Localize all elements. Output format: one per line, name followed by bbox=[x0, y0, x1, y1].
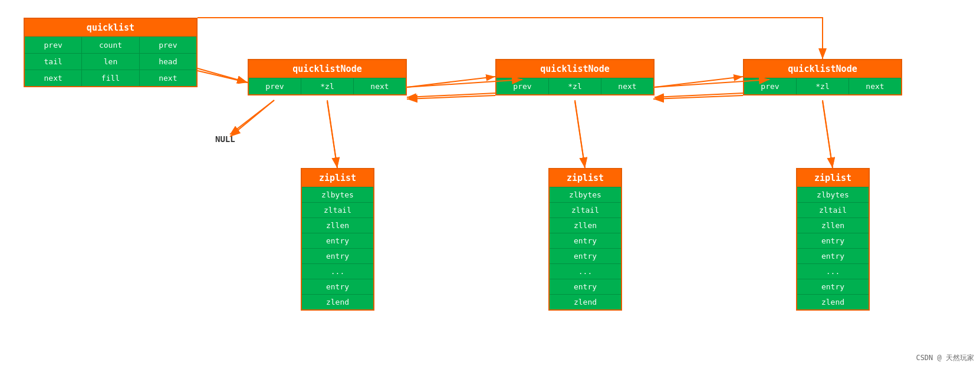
zip1-entry3: entry bbox=[302, 279, 373, 294]
ql-cell-tail: tail bbox=[25, 54, 82, 70]
node2-title: quicklistNode bbox=[496, 60, 653, 78]
svg-line-4 bbox=[198, 71, 248, 83]
zip3-ellipsis: ... bbox=[797, 263, 869, 279]
zip1-ellipsis: ... bbox=[302, 263, 373, 279]
zip1-zllen: zllen bbox=[302, 217, 373, 233]
zip3-entry3: entry bbox=[797, 279, 869, 294]
ql-cell-head: head bbox=[140, 54, 196, 70]
ql-cell-prev1: prev bbox=[25, 37, 82, 53]
zip2-ellipsis: ... bbox=[550, 263, 621, 279]
node3-next: next bbox=[849, 78, 901, 94]
zip2-entry2: entry bbox=[550, 248, 621, 263]
zip3-zllen: zllen bbox=[797, 217, 869, 233]
zip3-zlbytes: zlbytes bbox=[797, 187, 869, 202]
zip2-entry3: entry bbox=[550, 279, 621, 294]
quicklist-body: prev count prev tail len head next fill … bbox=[25, 37, 196, 86]
quicklist-title: quicklist bbox=[25, 19, 196, 37]
zip1-zlbytes: zlbytes bbox=[302, 187, 373, 202]
node2-row: prev *zl next bbox=[496, 78, 653, 94]
quicklist-struct: quicklist prev count prev tail len head … bbox=[24, 18, 198, 87]
zip3-entry2: entry bbox=[797, 248, 869, 263]
svg-line-5 bbox=[407, 77, 495, 87]
node3-body: prev *zl next bbox=[744, 78, 901, 94]
zip2-zlbytes: zlbytes bbox=[550, 187, 621, 202]
ziplist3-title: ziplist bbox=[797, 169, 869, 187]
svg-line-7 bbox=[655, 77, 743, 87]
node1-zl: *zl bbox=[301, 78, 354, 94]
zip3-entry1: entry bbox=[797, 233, 869, 248]
svg-line-10 bbox=[327, 100, 337, 168]
node2-zl: *zl bbox=[549, 78, 601, 94]
ziplist1: ziplist zlbytes zltail zllen entry entry… bbox=[301, 168, 374, 311]
node1-struct: quicklistNode prev *zl next bbox=[248, 59, 407, 95]
node3-title: quicklistNode bbox=[744, 60, 901, 78]
svg-line-23 bbox=[823, 101, 833, 168]
node3-prev: prev bbox=[744, 78, 797, 94]
node2-next: next bbox=[601, 78, 653, 94]
zip1-zltail: zltail bbox=[302, 202, 373, 217]
node2-prev: prev bbox=[496, 78, 549, 94]
ziplist2: ziplist zlbytes zltail zllen entry entry… bbox=[548, 168, 622, 311]
svg-line-21 bbox=[327, 101, 337, 168]
node1-next: next bbox=[354, 78, 406, 94]
node1-title: quicklistNode bbox=[249, 60, 406, 78]
zip2-zllen: zllen bbox=[550, 217, 621, 233]
quicklist-row-2: tail len head bbox=[25, 53, 196, 70]
svg-line-22 bbox=[575, 101, 585, 168]
ql-cell-next2: next bbox=[140, 70, 196, 86]
ql-cell-count: count bbox=[82, 37, 139, 53]
zip1-zlend: zlend bbox=[302, 294, 373, 309]
node3-struct: quicklistNode prev *zl next bbox=[743, 59, 902, 95]
svg-line-9 bbox=[230, 100, 274, 134]
node1-row: prev *zl next bbox=[249, 78, 406, 94]
zip2-entry1: entry bbox=[550, 233, 621, 248]
zip1-entry1: entry bbox=[302, 233, 373, 248]
svg-line-15 bbox=[198, 68, 248, 83]
node1-body: prev *zl next bbox=[249, 78, 406, 94]
diagram: quicklist prev count prev tail len head … bbox=[0, 0, 980, 366]
svg-line-11 bbox=[575, 100, 585, 168]
watermark: CSDN @ 天然玩家 bbox=[916, 353, 974, 363]
ziplist1-body: zlbytes zltail zllen entry entry ... ent… bbox=[302, 187, 373, 309]
zip3-zlend: zlend bbox=[797, 294, 869, 309]
ziplist1-title: ziplist bbox=[302, 169, 373, 187]
zip1-entry2: entry bbox=[302, 248, 373, 263]
node2-body: prev *zl next bbox=[496, 78, 653, 94]
quicklist-row-3: next fill next bbox=[25, 70, 196, 86]
node3-zl: *zl bbox=[797, 78, 849, 94]
svg-line-12 bbox=[823, 100, 833, 168]
svg-line-16 bbox=[230, 100, 274, 137]
ziplist2-body: zlbytes zltail zllen entry entry ... ent… bbox=[550, 187, 621, 309]
svg-line-20 bbox=[653, 95, 743, 99]
ziplist3-body: zlbytes zltail zllen entry entry ... ent… bbox=[797, 187, 869, 309]
ql-cell-len: len bbox=[82, 54, 139, 70]
zip2-zlend: zlend bbox=[550, 294, 621, 309]
null-label: NULL bbox=[215, 134, 235, 144]
node3-row: prev *zl next bbox=[744, 78, 901, 94]
zip3-zltail: zltail bbox=[797, 202, 869, 217]
quicklist-row-1: prev count prev bbox=[25, 37, 196, 53]
zip2-zltail: zltail bbox=[550, 202, 621, 217]
ql-cell-prev2: prev bbox=[140, 37, 196, 53]
ql-cell-next1: next bbox=[25, 70, 82, 86]
ziplist2-title: ziplist bbox=[550, 169, 621, 187]
node2-struct: quicklistNode prev *zl next bbox=[495, 59, 655, 95]
node1-prev: prev bbox=[249, 78, 301, 94]
svg-line-18 bbox=[407, 95, 495, 99]
svg-line-6 bbox=[407, 93, 495, 97]
ziplist3: ziplist zlbytes zltail zllen entry entry… bbox=[796, 168, 870, 311]
svg-line-8 bbox=[655, 93, 743, 97]
ql-cell-fill: fill bbox=[82, 70, 139, 86]
